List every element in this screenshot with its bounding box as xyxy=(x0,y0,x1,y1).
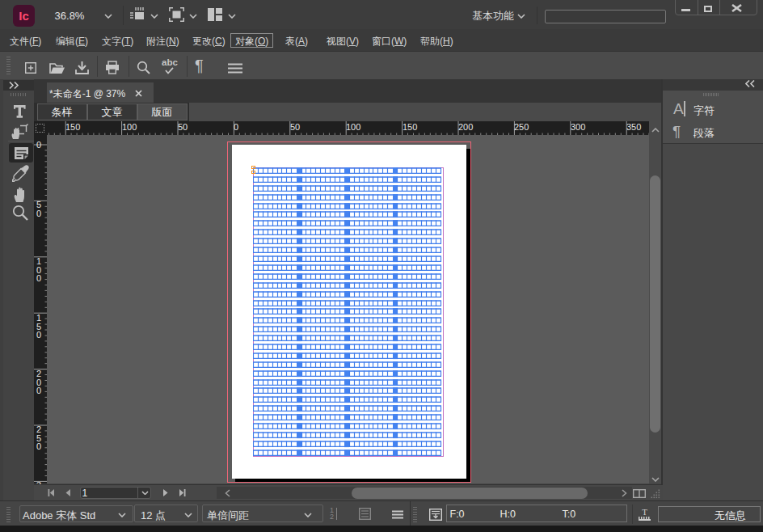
svg-text:T: T xyxy=(642,508,647,517)
